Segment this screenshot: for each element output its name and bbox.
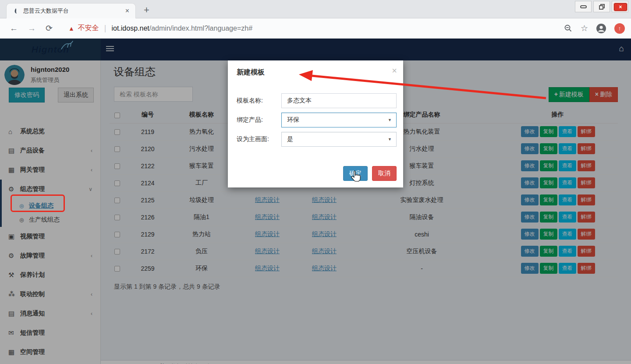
browser-chrome: 思普云大数据平台 × + × × ← → ⟳ ▲ 不安全 | iot.idosp… [0, 0, 631, 39]
forward-icon[interactable]: → [28, 24, 36, 33]
main-screen-value: 是 [287, 135, 293, 143]
tab-strip: 思普云大数据平台 × + × × [0, 0, 631, 18]
address-bar[interactable]: iot.idosp.net/admin/index.html?language=… [111, 25, 252, 32]
main-screen-label: 设为主画面: [237, 135, 281, 143]
zoom-out-icon[interactable] [564, 24, 573, 33]
url-host: iot.idosp.net [111, 25, 149, 32]
bind-product-select[interactable]: 环保▼ [281, 113, 397, 127]
window-close-button[interactable]: × × [612, 1, 628, 12]
browser-tab[interactable]: 思普云大数据平台 × [6, 3, 136, 18]
back-icon[interactable]: ← [10, 24, 18, 33]
window-minimize-button[interactable] [575, 1, 592, 12]
bind-product-label: 绑定产品: [237, 116, 281, 124]
url-separator: | [104, 24, 106, 33]
browser-update-icon[interactable]: ↑ [614, 23, 625, 34]
tab-title: 思普云大数据平台 [23, 7, 124, 15]
new-tab-button[interactable]: + [144, 4, 149, 16]
security-label: 不安全 [78, 24, 99, 33]
caret-down-icon: ▼ [388, 137, 392, 141]
confirm-button[interactable]: 确定 [343, 166, 368, 181]
modal-field: 模板名称: [237, 93, 397, 108]
close-annotation-marker: × [614, 3, 627, 11]
browser-profile-icon[interactable] [596, 23, 606, 34]
caret-down-icon: ▼ [388, 118, 392, 122]
restore-icon [599, 4, 605, 10]
modal-title: 新建模板 [237, 68, 265, 76]
cancel-button[interactable]: 取消 [372, 166, 397, 181]
browser-toolbar: ← → ⟳ ▲ 不安全 | iot.idosp.net/admin/index.… [0, 18, 631, 38]
minimize-icon [580, 5, 587, 8]
modal-field: 设为主画面:是▼ [237, 132, 397, 147]
warning-icon: ▲ [68, 25, 74, 32]
modal-field: 绑定产品:环保▼ [237, 113, 397, 127]
main-screen-select[interactable]: 是▼ [281, 132, 397, 147]
bind-product-value: 环保 [287, 116, 299, 124]
window-restore-button[interactable] [593, 1, 610, 12]
reload-icon[interactable]: ⟳ [46, 23, 53, 33]
favicon-icon [13, 8, 19, 14]
app-page: Hignton ⌂ hignton2020 系统管理员 修改密码 退出系统 ⌂系… [0, 39, 631, 364]
modal-close-icon[interactable]: × [392, 66, 397, 76]
template-name-label: 模板名称: [237, 97, 281, 105]
window-controls: × × [573, 1, 628, 12]
url-path: /admin/index.html?language=zh# [149, 25, 252, 32]
bookmark-star-icon[interactable]: ☆ [581, 23, 588, 33]
tab-close-icon[interactable]: × [124, 7, 131, 14]
security-chip[interactable]: ▲ 不安全 | [68, 24, 112, 33]
new-template-modal: 新建模板 × 模板名称:绑定产品:环保▼设为主画面:是▼ 确定 取消 [228, 60, 403, 187]
template-name-input[interactable] [281, 93, 397, 108]
